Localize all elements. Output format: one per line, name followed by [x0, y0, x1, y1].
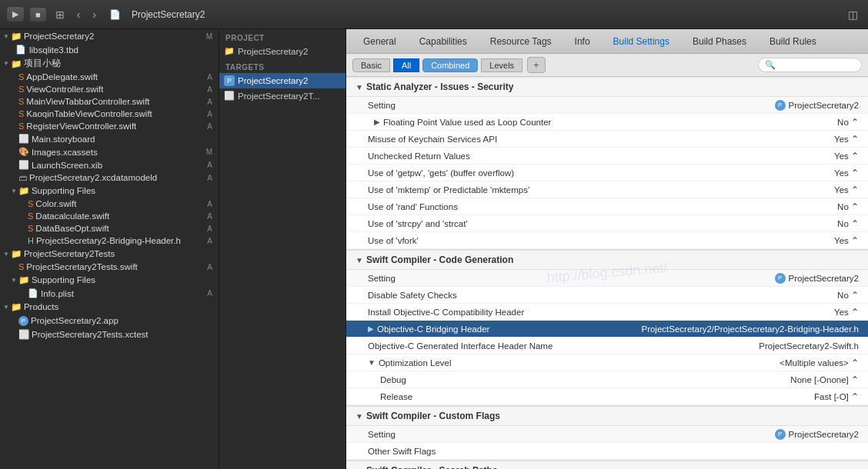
filter-basic[interactable]: Basic — [352, 58, 390, 72]
project-targets-panel: PROJECT 📁 ProjectSecretary2 TARGETS P Pr… — [219, 29, 346, 469]
row-setting: Unchecked Return Values — [368, 151, 834, 161]
toolbar-panel-toggle[interactable]: ◫ — [844, 7, 862, 22]
build-row-header-1: Setting P ProjectSecretary2 — [346, 97, 868, 114]
toolbar-scheme[interactable]: ⊞ — [52, 7, 68, 22]
sidebar-item-kaoqin[interactable]: S KaoqinTableViewController.swift A — [0, 108, 219, 120]
build-row-release[interactable]: Release Fast [-O] ⌃ — [346, 388, 868, 405]
filter-levels[interactable]: Levels — [481, 58, 522, 72]
build-row-bridging-header[interactable]: ▶ Objective-C Bridging Header ProjectSec… — [346, 321, 868, 338]
sidebar-item-tests-swift[interactable]: S ProjectSecretary2Tests.swift A — [0, 261, 219, 273]
project-item-label: ProjectSecretary2 — [238, 47, 308, 56]
build-row-install-objc[interactable]: Install Objective-C Compatibility Header… — [346, 304, 868, 321]
build-row-disable-safety[interactable]: Disable Safety Checks No ⌃ — [346, 287, 868, 304]
tab-info[interactable]: Info — [564, 32, 601, 51]
filter-combined[interactable]: Combined — [422, 58, 478, 72]
toolbar-forward[interactable]: › — [88, 7, 100, 22]
build-row-rand[interactable]: Use of 'rand' Functions No ⌃ — [346, 198, 868, 215]
sidebar-item-mainviewtabbar[interactable]: S MainViewTabbarController.swift A — [0, 95, 219, 108]
search-input[interactable] — [778, 61, 855, 70]
row-value: No ⌃ — [837, 290, 859, 301]
build-row-vfork[interactable]: Use of 'vfork' Yes ⌃ — [346, 232, 868, 249]
sidebar-label: ProjectSecretary2Tests — [24, 249, 115, 258]
row-value: Yes ⌃ — [834, 151, 859, 161]
sidebar-item-color[interactable]: S Color.swift A — [0, 198, 219, 210]
row-setting: Release — [380, 392, 814, 401]
sidebar-item-appdelegate[interactable]: S AppDelegate.swift A — [0, 71, 219, 83]
build-row-keychain[interactable]: Misuse of Keychain Services API Yes ⌃ — [346, 131, 868, 148]
sidebar-item-libsqlite[interactable]: 📄 libsqlite3.tbd — [0, 43, 219, 56]
sidebar-item-root-project[interactable]: ▼ 📁 ProjectSecretary2 M — [0, 29, 219, 43]
sidebar-label: ProjectSecretary2.xcdatamodeld — [29, 173, 157, 182]
build-row-getpw[interactable]: Use of 'getpw', 'gets' (buffer overflow)… — [346, 165, 868, 181]
sidebar-item-databaseopt[interactable]: S DataBaseOpt.swift A — [0, 222, 219, 234]
row-setting: Use of 'rand' Functions — [368, 202, 837, 211]
build-row-unchecked[interactable]: Unchecked Return Values Yes ⌃ — [346, 148, 868, 165]
target-item-tests[interactable]: ⬜ ProjectSecretary2T... — [219, 88, 346, 103]
toolbar-back[interactable]: ‹ — [73, 7, 85, 22]
tab-resource-tags[interactable]: Resource Tags — [479, 32, 563, 51]
sidebar-group-tests[interactable]: ▼ 📁 ProjectSecretary2Tests — [0, 247, 219, 261]
section-header-swift-codegen[interactable]: ▼ Swift Compiler - Code Generation — [346, 250, 868, 270]
build-row-other-swift-flags[interactable]: Other Swift Flags — [346, 443, 868, 460]
sidebar-label: DataBaseOpt.swift — [35, 224, 108, 233]
sidebar-group-main[interactable]: ▼ 📁 项目小秘 — [0, 56, 219, 71]
build-row-strcpy[interactable]: Use of 'strcpy' and 'strcat' No ⌃ — [346, 215, 868, 232]
build-row-mktemp[interactable]: Use of 'mktemp' or Predictable 'mktemps'… — [346, 181, 868, 198]
sidebar-label: RegisterViewController.swift — [26, 121, 136, 131]
build-row-interface-header[interactable]: Objective-C Generated Interface Header N… — [346, 338, 868, 354]
filter-all[interactable]: All — [393, 58, 419, 72]
project-section-label: PROJECT — [219, 29, 346, 44]
sidebar-item-launchscreen[interactable]: ⬜ LaunchScreen.xib A — [0, 158, 219, 171]
row-value: P ProjectSecretary2 — [775, 100, 859, 111]
row-value: ProjectSecretary2-Swift.h — [759, 341, 859, 351]
tab-build-phases[interactable]: Build Phases — [682, 32, 757, 51]
tab-capabilities[interactable]: Capabilities — [409, 32, 478, 51]
sidebar-item-supporting-files-2[interactable]: ▼ 📁 Supporting Files — [0, 273, 219, 287]
row-setting: Objective-C Bridging Header — [377, 324, 641, 334]
tab-general[interactable]: General — [352, 32, 407, 51]
sidebar-item-supporting-files-1[interactable]: ▼ 📁 Supporting Files — [0, 184, 219, 198]
sidebar-item-main-storyboard[interactable]: ⬜ Main.storyboard — [0, 132, 219, 145]
build-row-floating[interactable]: ▶ Floating Point Value used as Loop Coun… — [346, 114, 868, 131]
build-row-header-3: Setting P ProjectSecretary2 — [346, 426, 868, 443]
row-value: No ⌃ — [837, 201, 859, 212]
sidebar-item-xctest[interactable]: ⬜ ProjectSecretary2Tests.xctest — [0, 328, 219, 341]
project-item-main[interactable]: 📁 ProjectSecretary2 — [219, 44, 346, 58]
sidebar-item-datacalculate[interactable]: S Datacalculate.swift A — [0, 210, 219, 222]
row-value: No ⌃ — [837, 117, 859, 128]
section-header-swift-search[interactable]: ▼ Swift Compiler - Search Paths — [346, 461, 868, 469]
add-setting-button[interactable]: + — [527, 57, 546, 73]
target-item-main[interactable]: P ProjectSecretary2 — [219, 73, 346, 88]
sidebar-item-info-plist[interactable]: 📄 Info.plist A — [0, 287, 219, 300]
sidebar-item-register[interactable]: S RegisterViewController.swift A — [0, 120, 219, 132]
toolbar-stop[interactable]: ■ — [29, 7, 47, 22]
toolbar-title: ProjectSecretary2 — [132, 9, 205, 20]
toolbar: ▶ ■ ⊞ ‹ › 📄 ProjectSecretary2 ◫ — [0, 0, 868, 29]
sidebar-label: Datacalculate.swift — [35, 211, 109, 221]
sidebar-group-products[interactable]: ▼ 📁 Products — [0, 300, 219, 314]
row-value: P ProjectSecretary2 — [775, 429, 859, 440]
target-item-tests-label: ProjectSecretary2T... — [238, 91, 320, 101]
sidebar-item-datamodel[interactable]: 🗃 ProjectSecretary2.xcdatamodeld A — [0, 171, 219, 184]
build-row-header-2: Setting P ProjectSecretary2 — [346, 270, 868, 287]
settings-bar: Basic All Combined Levels + 🔍 — [346, 54, 868, 77]
sidebar-item-app[interactable]: P ProjectSecretary2.app — [0, 314, 219, 328]
build-row-debug[interactable]: Debug None [-Onone] ⌃ — [346, 371, 868, 388]
tab-build-settings[interactable]: Build Settings — [603, 32, 680, 51]
tab-build-rules[interactable]: Build Rules — [759, 32, 827, 51]
sidebar-item-bridging-header[interactable]: H ProjectSecretary2-Bridging-Header.h A — [0, 234, 219, 247]
row-setting: Setting — [368, 274, 775, 283]
sidebar-label: LaunchScreen.xib — [32, 161, 102, 170]
sidebar-label: Supporting Files — [32, 186, 95, 195]
sidebar-label: Info.plist — [41, 289, 74, 298]
section-header-static-analyzer[interactable]: ▼ Static Analyzer - Issues - Security — [346, 77, 868, 97]
toolbar-run[interactable]: ▶ — [6, 6, 25, 22]
sidebar-item-viewcontroller[interactable]: S ViewController.swift A — [0, 83, 219, 95]
build-row-opt-level[interactable]: ▼ Optimization Level <Multiple values> ⌃ — [346, 354, 868, 371]
row-value: Fast [-O] ⌃ — [814, 391, 859, 402]
row-setting: Use of 'strcpy' and 'strcat' — [368, 219, 837, 228]
sidebar-item-images[interactable]: 🎨 Images.xcassets M — [0, 145, 219, 158]
section-swift-code-gen: ▼ Swift Compiler - Code Generation Setti… — [346, 250, 868, 406]
section-title: Swift Compiler - Custom Flags — [366, 411, 500, 421]
section-header-swift-custom[interactable]: ▼ Swift Compiler - Custom Flags — [346, 406, 868, 426]
